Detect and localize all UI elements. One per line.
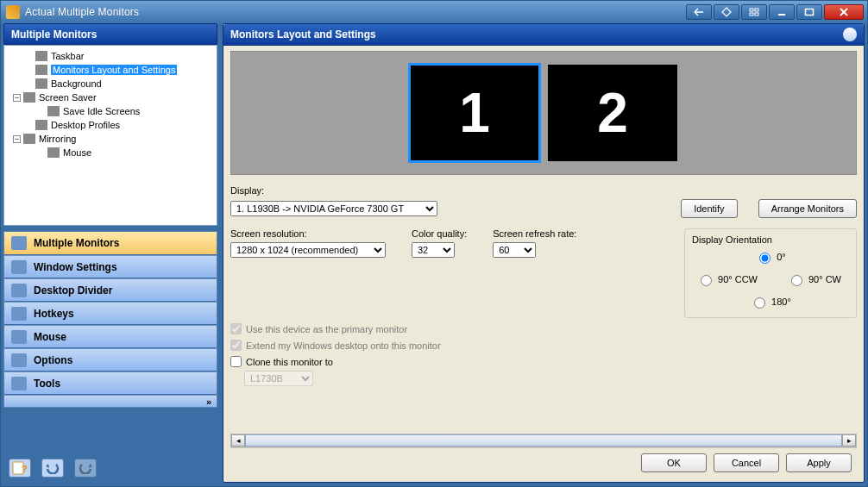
clone-monitor-label: Clone this monitor to — [246, 357, 333, 367]
category-navbar: Multiple MonitorsWindow SettingsDesktop … — [3, 231, 217, 408]
primary-monitor-label: Use this device as the primary monitor — [246, 324, 407, 334]
refresh-rate-select[interactable]: 60 — [493, 242, 536, 258]
nav-item[interactable]: Desktop Divider — [4, 278, 217, 302]
maximize-button[interactable] — [796, 4, 822, 20]
tree-expand-toggle[interactable]: − — [13, 94, 21, 102]
help-button[interactable]: ? — [9, 459, 31, 478]
nav-expand-button[interactable]: » — [4, 395, 217, 407]
orientation-group: Display Orientation 0° 90° CCW 90° CW 18… — [684, 228, 857, 318]
tree-item-label: Background — [51, 78, 102, 89]
tree-expand-toggle[interactable]: − — [13, 135, 21, 143]
app-icon — [6, 5, 20, 19]
nav-item-label: Mouse — [34, 331, 66, 343]
bottom-toolbar: ? — [3, 408, 217, 483]
panel-header-icon[interactable] — [843, 28, 857, 41]
tree-item-label: Taskbar — [51, 51, 85, 61]
arrange-monitors-button[interactable]: Arrange Monitors — [758, 199, 857, 218]
orientation-90cw[interactable]: 90° CW — [787, 272, 841, 286]
titlebar-extra-button-2[interactable] — [714, 4, 739, 20]
nav-item-icon — [11, 260, 27, 274]
tree-item[interactable]: Monitors Layout and Settings — [6, 63, 215, 77]
close-button[interactable] — [824, 4, 864, 20]
tree-item[interactable]: Desktop Profiles — [6, 118, 215, 132]
nav-item[interactable]: Tools — [4, 371, 217, 395]
nav-item[interactable]: Multiple Monitors — [4, 232, 217, 255]
right-panel: Monitors Layout and Settings 1 2 Display… — [223, 23, 865, 483]
svg-rect-1 — [755, 9, 758, 11]
tree-item[interactable]: −Screen Saver — [6, 91, 215, 104]
scroll-left-button[interactable]: ◂ — [231, 434, 245, 446]
dialog-footer: OK Cancel Apply — [230, 447, 857, 477]
resolution-label: Screen resolution: — [230, 228, 386, 239]
undo-button[interactable] — [41, 459, 64, 478]
app-window: Actual Multiple Monitors Multiple Monito… — [0, 0, 868, 487]
minimize-button[interactable] — [769, 4, 795, 20]
tree-item-icon — [23, 134, 35, 144]
color-quality-select[interactable]: 32 — [412, 242, 455, 258]
clone-target-select: L1730B — [244, 371, 313, 386]
right-panel-header: Monitors Layout and Settings — [223, 24, 864, 46]
right-panel-title: Monitors Layout and Settings — [230, 28, 376, 41]
tree-item-label: Mirroring — [39, 134, 76, 144]
tree-item-icon — [47, 106, 60, 116]
tree-item-icon — [23, 92, 35, 103]
tree-item[interactable]: Mouse — [6, 146, 215, 159]
nav-item[interactable]: Options — [4, 348, 217, 371]
left-column: Multiple Monitors TaskbarMonitors Layout… — [3, 23, 217, 483]
tree-item[interactable]: Background — [6, 77, 215, 91]
svg-rect-0 — [750, 9, 753, 11]
titlebar[interactable]: Actual Multiple Monitors — [1, 1, 867, 23]
extend-desktop-label: Extend my Windows desktop onto this moni… — [246, 340, 441, 351]
tree-item[interactable]: Save Idle Screens — [6, 104, 215, 118]
scrollbar-track[interactable] — [245, 434, 842, 446]
tree-item-icon — [35, 51, 47, 61]
tree-item-icon — [47, 147, 60, 158]
titlebar-extra-button-3[interactable] — [741, 4, 767, 20]
clone-monitor-checkbox[interactable] — [230, 356, 242, 367]
cancel-button[interactable]: Cancel — [714, 453, 779, 472]
identify-button[interactable]: Identify — [681, 199, 737, 218]
nav-item[interactable]: Mouse — [4, 325, 217, 348]
nav-item-icon — [11, 284, 27, 297]
apply-button[interactable]: Apply — [786, 453, 852, 472]
tree-item-label: Desktop Profiles — [51, 120, 120, 130]
resolution-select[interactable]: 1280 x 1024 (recommended) — [230, 242, 386, 258]
tree-item[interactable]: −Mirroring — [6, 132, 215, 146]
display-select[interactable]: 1. L1930B -> NVIDIA GeForce 7300 GT — [230, 201, 437, 216]
redo-button[interactable] — [74, 459, 97, 478]
nav-item-label: Desktop Divider — [34, 284, 112, 297]
tree-item-label: Save Idle Screens — [63, 106, 140, 116]
monitor-1[interactable]: 1 — [410, 65, 539, 161]
nav-item-label: Multiple Monitors — [34, 237, 119, 249]
clone-monitor-row[interactable]: Clone this monitor to — [230, 356, 857, 367]
titlebar-extra-button-1[interactable] — [686, 4, 712, 20]
tree-item[interactable]: Taskbar — [6, 49, 215, 63]
color-quality-label: Color quality: — [412, 228, 467, 239]
primary-monitor-row: Use this device as the primary monitor — [230, 323, 857, 334]
display-label: Display: — [230, 185, 264, 196]
extend-desktop-checkbox — [230, 340, 242, 351]
tree-item-icon — [35, 120, 47, 130]
nav-item-label: Tools — [34, 378, 60, 390]
settings-tree[interactable]: TaskbarMonitors Layout and SettingsBackg… — [3, 45, 217, 226]
orientation-0[interactable]: 0° — [755, 250, 786, 264]
refresh-rate-label: Screen refresh rate: — [493, 228, 576, 239]
svg-text:?: ? — [22, 464, 28, 474]
tree-item-icon — [35, 65, 47, 75]
orientation-180[interactable]: 180° — [750, 295, 791, 309]
nav-item-icon — [11, 377, 27, 390]
tree-item-label: Screen Saver — [39, 92, 97, 103]
monitor-2[interactable]: 2 — [548, 65, 677, 161]
horizontal-scrollbar[interactable]: ◂ ▸ — [230, 434, 857, 447]
extend-desktop-row: Extend my Windows desktop onto this moni… — [230, 340, 857, 351]
nav-item[interactable]: Hotkeys — [4, 302, 217, 325]
scrollbar-thumb[interactable] — [245, 434, 842, 446]
tree-item-label: Mouse — [63, 147, 91, 158]
monitors-preview[interactable]: 1 2 — [230, 51, 857, 175]
nav-item-icon — [11, 353, 27, 367]
ok-button[interactable]: OK — [641, 453, 707, 472]
nav-item[interactable]: Window Settings — [4, 255, 217, 278]
primary-monitor-checkbox — [230, 323, 242, 334]
scroll-right-button[interactable]: ▸ — [842, 434, 856, 446]
orientation-90ccw[interactable]: 90° CCW — [696, 272, 758, 286]
